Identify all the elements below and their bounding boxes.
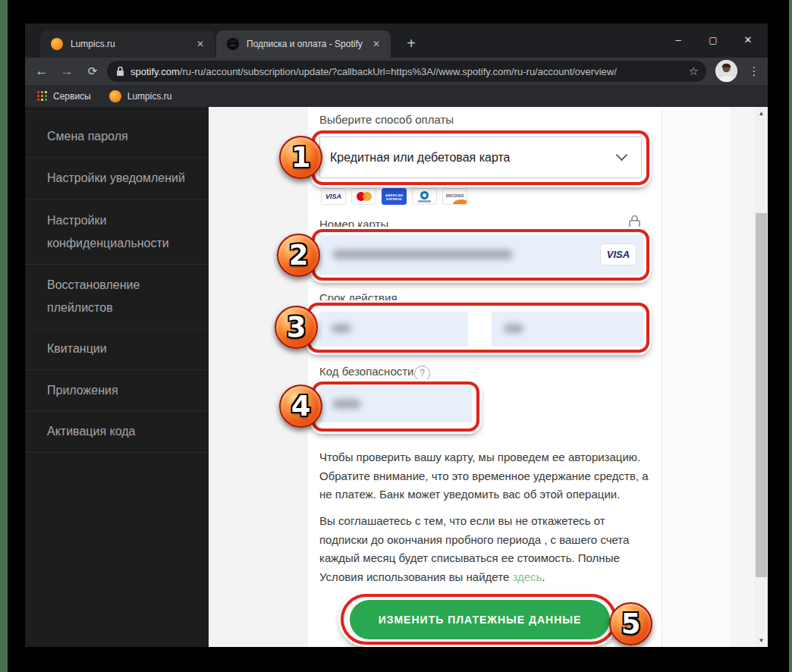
tab-title: Подписка и оплата - Spotify: [247, 39, 369, 49]
tab-title: Lumpics.ru: [71, 39, 193, 49]
terms-note: Вы соглашаетесь с тем, что если вы не от…: [319, 512, 654, 586]
url-text: spotify.com/ru-ru/account/subscription/u…: [130, 66, 689, 77]
mastercard-card-icon: [351, 188, 376, 205]
sidebar-divider: [25, 111, 209, 112]
browser-toolbar: ← → ⟳ spotify.com/ru-ru/account/subscrip…: [25, 58, 768, 85]
avatar-image: [715, 60, 737, 82]
page-scrollbar[interactable]: ▲ ▼: [755, 107, 768, 647]
masked-expiry-month: [332, 324, 351, 333]
tab-strip: Lumpics.ru ✕ Подписка и оплата - Spotify…: [25, 24, 768, 58]
back-button[interactable]: ←: [32, 61, 52, 81]
window-maximize-button[interactable]: ▢: [696, 24, 731, 57]
amex-card-icon: AMERICANEXPRESS: [382, 188, 407, 205]
expiry-month-input[interactable]: [319, 312, 468, 347]
bookmark-star-icon[interactable]: ☆: [689, 64, 699, 78]
discover-text: DISCOVER: [446, 194, 464, 198]
sidebar-item-label: Смена пароля: [47, 125, 128, 148]
sidebar-item-label: Активация кода: [47, 420, 136, 443]
reload-button[interactable]: ⟳: [83, 61, 102, 81]
spotify-favicon-icon: [227, 38, 239, 50]
browser-menu-icon[interactable]: ⋮: [746, 61, 762, 81]
url-path: /ru-ru/account/subscription/update/?call…: [180, 66, 617, 77]
discover-card-icon: DISCOVER: [442, 188, 467, 205]
tab-close-icon[interactable]: ✕: [369, 37, 383, 51]
masked-expiry-year: [504, 324, 523, 333]
bookmark-lumpics[interactable]: Lumpics.ru: [109, 90, 172, 102]
masked-card-number: [332, 250, 513, 259]
window-minimize-button[interactable]: –: [661, 24, 696, 57]
sidebar-item-apps[interactable]: Приложения: [25, 370, 209, 411]
sidebar-item-receipts[interactable]: Квитанции: [25, 328, 209, 370]
sidebar-item-password-change[interactable]: Смена пароля: [25, 116, 209, 158]
window-close-button[interactable]: ✕: [731, 24, 765, 57]
bookmark-label: Lumpics.ru: [127, 91, 172, 102]
sidebar-item-playlist-recovery[interactable]: Восстановление плейлистов: [25, 265, 209, 328]
page-content: Смена пароля Настройки уведомлений Настр…: [25, 107, 768, 647]
visa-brand-badge: VISA: [600, 243, 636, 265]
payment-method-value: Кредитная или дебетовая карта: [330, 151, 618, 165]
sidebar-item-label: Квитанции: [47, 338, 107, 360]
terms-text-period: .: [542, 570, 545, 583]
security-code-input[interactable]: [319, 386, 472, 422]
desktop-stage: Lumpics.ru ✕ Подписка и оплата - Spotify…: [0, 0, 792, 672]
expiry-year-input[interactable]: [492, 312, 643, 347]
visa-card-icon: VISA: [321, 188, 346, 205]
terms-text: Вы соглашаетесь с тем, что если вы не от…: [319, 514, 629, 583]
payment-method-label: Выберите способ оплаты: [319, 113, 454, 126]
masked-security-code: [332, 399, 361, 409]
sidebar-item-notification-settings[interactable]: Настройки уведомлений: [25, 158, 209, 199]
terms-link[interactable]: здесь: [512, 570, 542, 583]
bookmarks-bar: Сервисы Lumpics.ru: [25, 85, 768, 107]
sidebar-item-label: Приложения: [47, 379, 118, 402]
scrollbar-down-icon[interactable]: ▼: [755, 634, 768, 647]
scrollbar-up-icon[interactable]: ▲: [755, 107, 768, 120]
authorization-note: Чтобы проверить вашу карту, мы проведем …: [319, 448, 654, 504]
expiry-label: Срок действия: [319, 291, 398, 304]
scrollbar-thumb[interactable]: [756, 213, 767, 577]
accepted-cards-row: VISA AMERICANEXPRESS DISCOVER: [321, 188, 467, 205]
change-payment-data-button[interactable]: ИЗМЕНИТЬ ПЛАТЕЖНЫЕ ДАННЫЕ: [350, 600, 610, 639]
sidebar-item-privacy-settings[interactable]: Настройки конфиденциальности: [25, 199, 209, 265]
profile-avatar[interactable]: [715, 60, 737, 82]
tab-spotify-active[interactable]: Подписка и оплата - Spotify ✕: [216, 30, 391, 58]
https-lock-icon: [116, 66, 124, 77]
services-grid-icon: [37, 91, 47, 101]
account-sidebar: Смена пароля Настройки уведомлений Настр…: [25, 107, 209, 647]
security-code-label: Код безопасности: [319, 365, 414, 378]
url-domain: spotify.com: [130, 66, 180, 77]
sidebar-item-code-activation[interactable]: Активация кода: [25, 411, 209, 453]
desktop-edge-right: [789, 0, 792, 672]
card-number-label: Номер карты: [319, 218, 388, 231]
secure-lock-icon: [628, 214, 641, 230]
desktop-edge-left: [0, 0, 8, 672]
address-bar[interactable]: spotify.com/ru-ru/account/subscription/u…: [107, 61, 706, 82]
browser-window: Lumpics.ru ✕ Подписка и оплата - Spotify…: [25, 24, 768, 647]
card-number-input[interactable]: VISA: [319, 235, 643, 275]
sidebar-item-label: Настройки уведомлений: [47, 167, 185, 190]
amex-text: EXPRESS: [386, 197, 401, 201]
payment-method-select[interactable]: Кредитная или дебетовая карта: [319, 137, 642, 178]
lumpics-favicon-icon: [51, 38, 63, 50]
lumpics-favicon-icon: [109, 90, 121, 102]
new-tab-button[interactable]: +: [401, 33, 422, 54]
right-pane-edge: [730, 107, 755, 647]
security-code-help-icon[interactable]: ?: [414, 366, 430, 382]
diners-card-icon: [412, 188, 437, 205]
bookmark-label: Сервисы: [53, 91, 91, 102]
chevron-down-icon: [616, 149, 628, 162]
forward-button[interactable]: →: [57, 61, 77, 81]
sidebar-item-label: Восстановление плейлистов: [47, 274, 190, 319]
tab-lumpics[interactable]: Lumpics.ru ✕: [40, 30, 215, 58]
right-pane: [663, 107, 730, 647]
sidebar-item-label: Настройки конфиденциальности: [47, 209, 190, 255]
tab-close-icon[interactable]: ✕: [193, 37, 207, 51]
bookmark-services[interactable]: Сервисы: [37, 91, 91, 102]
content-gutter: [209, 107, 308, 647]
